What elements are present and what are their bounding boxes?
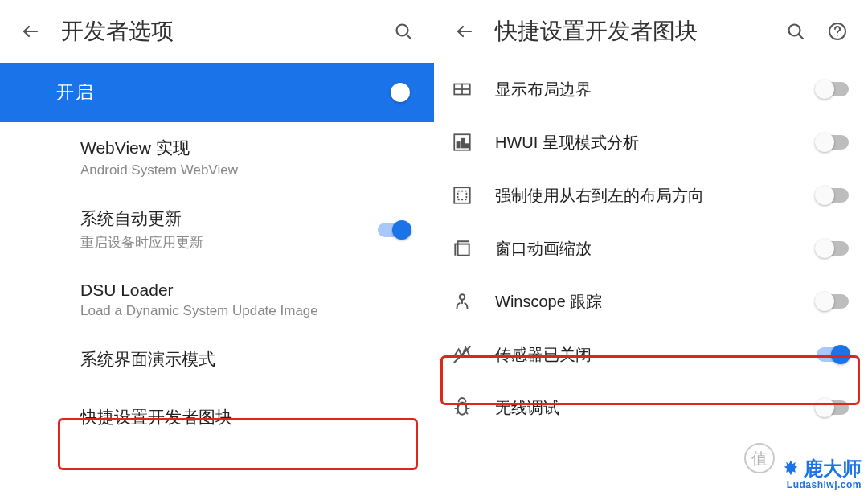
setting-dsu-loader[interactable]: DSU Loader Load a Dynamic System Update … — [0, 266, 434, 334]
tile-switch[interactable] — [817, 400, 849, 415]
svg-rect-16 — [458, 191, 467, 200]
tile-wireless-debug[interactable]: 无线调试 — [434, 381, 868, 434]
tile-switch[interactable] — [817, 188, 849, 203]
back-button[interactable] — [453, 20, 476, 43]
search-button[interactable] — [784, 20, 807, 43]
tile-label: 强制使用从右到左的布局方向 — [495, 185, 796, 207]
setting-title: 系统自动更新 — [80, 207, 378, 230]
setting-webview[interactable]: WebView 实现 Android System WebView — [0, 122, 434, 193]
tile-rtl[interactable]: 强制使用从右到左的布局方向 — [434, 169, 868, 222]
tile-label: 无线调试 — [495, 397, 796, 419]
tile-label: 显示布局边界 — [495, 79, 796, 100]
setting-sub: 重启设备时应用更新 — [80, 233, 378, 252]
svg-rect-17 — [458, 244, 469, 256]
svg-point-20 — [458, 403, 467, 415]
auto-update-switch[interactable] — [378, 223, 410, 237]
svg-line-19 — [454, 346, 470, 363]
setting-auto-update[interactable]: 系统自动更新 重启设备时应用更新 — [0, 193, 434, 266]
tile-switch[interactable] — [817, 135, 849, 150]
watermark-en: Ludashiwj.com — [780, 480, 862, 490]
svg-line-5 — [799, 35, 804, 39]
setting-title: 快捷设置开发者图块 — [80, 406, 410, 428]
chart-icon — [450, 130, 474, 154]
developer-options-panel: 开发者选项 开启 WebView 实现 Android System WebVi… — [0, 0, 434, 496]
winscope-icon — [450, 289, 474, 314]
tile-window-scale[interactable]: 窗口动画缩放 — [434, 222, 868, 275]
tile-sensors-off[interactable]: 传感器已关闭 — [434, 328, 868, 381]
help-button[interactable] — [826, 20, 849, 43]
tile-layout-bounds[interactable]: 显示布局边界 — [434, 63, 868, 116]
svg-rect-12 — [457, 142, 460, 148]
rtl-icon — [450, 183, 474, 207]
sensors-off-icon — [450, 342, 474, 367]
header-left: 开发者选项 — [0, 0, 434, 63]
tile-label: HWUI 呈现模式分析 — [495, 132, 796, 154]
tile-winscope[interactable]: Winscope 跟踪 — [434, 275, 868, 328]
windows-icon — [450, 236, 474, 260]
tile-switch[interactable] — [817, 294, 849, 309]
tile-hwui[interactable]: HWUI 呈现模式分析 — [434, 116, 868, 169]
setting-title: 系统界面演示模式 — [80, 348, 410, 371]
page-title: 开发者选项 — [61, 16, 373, 47]
search-button[interactable] — [392, 20, 415, 43]
master-toggle-switch — [391, 83, 410, 102]
setting-quick-tiles[interactable]: 快捷设置开发者图块 — [0, 388, 434, 446]
back-button[interactable] — [19, 20, 42, 43]
svg-point-7 — [837, 35, 838, 36]
svg-rect-15 — [454, 187, 470, 203]
svg-rect-13 — [461, 139, 464, 148]
watermark-logo: 鹿大师 Ludashiwj.com — [780, 457, 862, 490]
setting-title: WebView 实现 — [80, 137, 410, 159]
setting-demo-mode[interactable]: 系统界面演示模式 — [0, 334, 434, 388]
tile-switch[interactable] — [817, 241, 849, 256]
setting-sub: Load a Dynamic System Update Image — [80, 303, 410, 319]
watermark-badge: 值 — [744, 443, 775, 473]
bug-icon — [450, 396, 474, 420]
setting-title: DSU Loader — [80, 281, 410, 300]
header-right: 快捷设置开发者图块 — [434, 0, 868, 63]
svg-rect-14 — [465, 144, 468, 147]
layout-bounds-icon — [450, 77, 474, 101]
svg-line-2 — [407, 35, 411, 39]
watermark-cn: 鹿大师 — [804, 459, 862, 478]
master-toggle[interactable]: 开启 — [0, 63, 434, 122]
deer-icon — [780, 457, 802, 480]
tile-label: 窗口动画缩放 — [495, 238, 796, 260]
tile-label: 传感器已关闭 — [495, 344, 796, 366]
master-toggle-label: 开启 — [56, 80, 391, 105]
tile-switch[interactable] — [817, 82, 849, 96]
setting-sub: Android System WebView — [80, 162, 410, 178]
page-title: 快捷设置开发者图块 — [495, 16, 765, 47]
tile-label: Winscope 跟踪 — [495, 291, 796, 313]
tile-switch[interactable] — [817, 347, 849, 362]
quick-tiles-panel: 快捷设置开发者图块 显示布局边界 HWUI 呈现模式分析 — [434, 0, 868, 496]
